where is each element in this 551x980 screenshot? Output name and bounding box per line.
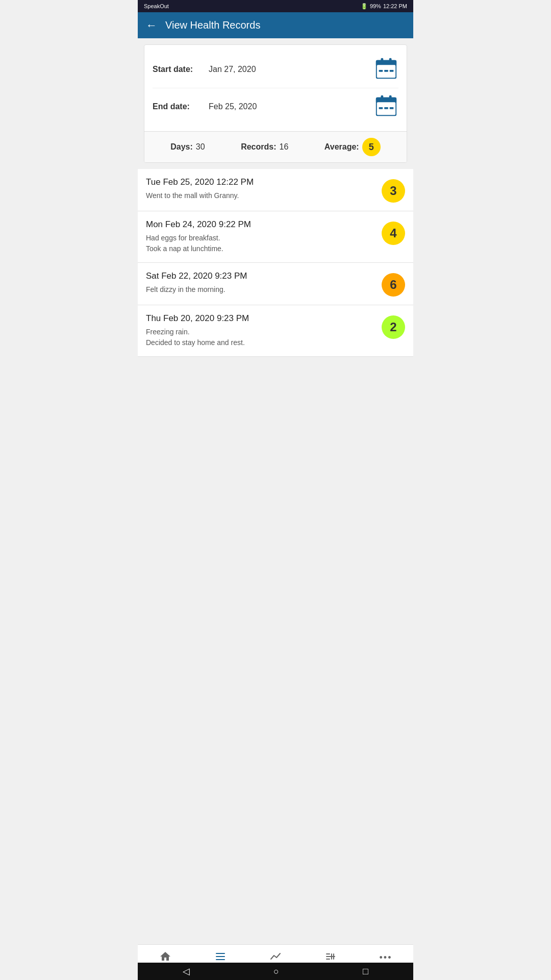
- start-date-calendar-button[interactable]: [374, 56, 398, 83]
- battery-text: 99%: [370, 3, 381, 9]
- record-datetime: Thu Feb 20, 2020 9:23 PM: [146, 313, 375, 324]
- svg-rect-12: [389, 95, 392, 101]
- record-datetime: Sat Feb 22, 2020 9:23 PM: [146, 271, 375, 281]
- start-date-row: Start date: Jan 27, 2020: [153, 51, 398, 88]
- record-score-badge: 4: [382, 222, 405, 245]
- main-content: Start date: Jan 27, 2020: [138, 44, 413, 411]
- carrier-text: SpeakOut: [144, 3, 169, 9]
- svg-rect-3: [381, 58, 383, 63]
- record-content: Tue Feb 25, 2020 12:22 PM Went to the ma…: [146, 177, 375, 201]
- svg-rect-13: [379, 107, 383, 109]
- start-date-value: Jan 27, 2020: [209, 65, 374, 74]
- record-item[interactable]: Sat Feb 22, 2020 9:23 PM Felt dizzy in t…: [138, 263, 413, 305]
- days-stat: Days: 30: [170, 142, 205, 152]
- record-note: Freezing rain.Decided to stay home and r…: [146, 327, 375, 348]
- record-content: Mon Feb 24, 2020 9:22 PM Had eggs for br…: [146, 219, 375, 254]
- average-stat: Average: 5: [324, 138, 381, 156]
- records-list: Tue Feb 25, 2020 12:22 PM Went to the ma…: [138, 169, 413, 357]
- record-score-badge: 2: [382, 315, 405, 339]
- record-datetime: Tue Feb 25, 2020 12:22 PM: [146, 177, 375, 187]
- days-label: Days:: [170, 142, 193, 152]
- records-label: Records:: [241, 142, 276, 152]
- svg-rect-11: [381, 95, 383, 101]
- svg-rect-5: [379, 70, 383, 72]
- record-note: Felt dizzy in the morning.: [146, 284, 375, 295]
- header: ← View Health Records: [138, 12, 413, 38]
- status-bar: SpeakOut 🔋 99% 12:22 PM: [138, 0, 413, 12]
- average-badge: 5: [362, 138, 381, 156]
- svg-rect-15: [390, 107, 394, 109]
- status-right: 🔋 99% 12:22 PM: [361, 3, 407, 10]
- record-score-badge: 6: [382, 273, 405, 297]
- records-value: 16: [280, 142, 289, 152]
- days-value: 30: [196, 142, 205, 152]
- end-date-value: Feb 25, 2020: [209, 102, 374, 111]
- records-stat: Records: 16: [241, 142, 288, 152]
- record-content: Thu Feb 20, 2020 9:23 PM Freezing rain.D…: [146, 313, 375, 348]
- time-text: 12:22 PM: [383, 3, 407, 9]
- end-date-row: End date: Feb 25, 2020: [153, 88, 398, 125]
- svg-rect-6: [384, 70, 388, 72]
- svg-rect-14: [384, 107, 388, 109]
- svg-rect-7: [390, 70, 394, 72]
- record-item[interactable]: Mon Feb 24, 2020 9:22 PM Had eggs for br…: [138, 211, 413, 263]
- back-button[interactable]: ←: [146, 20, 157, 31]
- battery-icon: 🔋: [361, 3, 368, 10]
- svg-rect-4: [389, 58, 392, 63]
- record-note: Had eggs for breakfast.Took a nap at lun…: [146, 233, 375, 254]
- average-label: Average:: [324, 142, 359, 152]
- record-datetime: Mon Feb 24, 2020 9:22 PM: [146, 219, 375, 230]
- start-date-label: Start date:: [153, 65, 209, 74]
- record-item[interactable]: Tue Feb 25, 2020 12:22 PM Went to the ma…: [138, 169, 413, 211]
- record-item[interactable]: Thu Feb 20, 2020 9:23 PM Freezing rain.D…: [138, 305, 413, 357]
- end-date-calendar-button[interactable]: [374, 93, 398, 120]
- record-note: Went to the mall with Granny.: [146, 190, 375, 201]
- date-range-card: Start date: Jan 27, 2020: [144, 44, 407, 163]
- record-content: Sat Feb 22, 2020 9:23 PM Felt dizzy in t…: [146, 271, 375, 295]
- date-fields: Start date: Jan 27, 2020: [144, 45, 407, 131]
- end-date-label: End date:: [153, 102, 209, 111]
- record-score-badge: 3: [382, 179, 405, 203]
- stats-row: Days: 30 Records: 16 Average: 5: [144, 131, 407, 162]
- page-title: View Health Records: [165, 19, 260, 31]
